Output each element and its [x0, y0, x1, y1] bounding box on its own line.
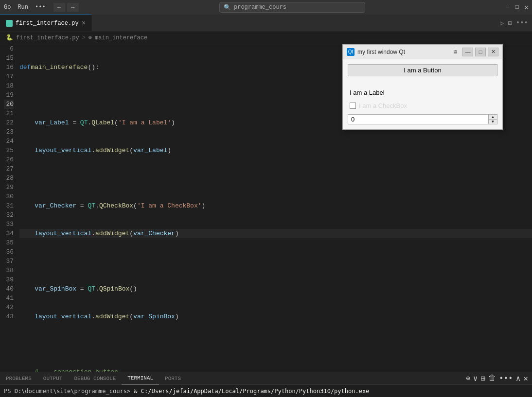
code-line: var_SpinBox = QT.QSpinBox(): [19, 284, 532, 293]
panel-tabs: PROBLEMS OUTPUT DEBUG CONSOLE TERMINAL P…: [0, 372, 532, 385]
code-line: [19, 257, 532, 266]
split-editor-icon[interactable]: ⊞: [508, 19, 512, 27]
qt-spinbox-input[interactable]: [348, 115, 488, 124]
editor-area: 6 15 16 17 18 19 20 21 22 23 24 25 26 27…: [0, 44, 532, 372]
menu-more[interactable]: •••: [35, 4, 46, 11]
code-line: #----connection button----: [19, 367, 532, 372]
terminal-split-icon[interactable]: ⊞: [480, 374, 485, 383]
tab-first-interface[interactable]: first_interface.py ×: [0, 15, 92, 31]
forward-button[interactable]: →: [67, 3, 79, 12]
qt-close-button[interactable]: ✕: [488, 48, 498, 56]
qt-title-bar: Qt my first window Qt 🖥 — □ ✕: [343, 45, 502, 59]
more-actions-icon[interactable]: •••: [516, 19, 528, 27]
qt-preview-window[interactable]: Qt my first window Qt 🖥 — □ ✕ I am a But…: [342, 44, 503, 130]
tab-terminal[interactable]: TERMINAL: [122, 372, 159, 384]
panel-tab-actions[interactable]: ⊕ ∨ ⊞ 🗑 ••• ∧ ✕: [466, 372, 532, 384]
terminal-prompt: PS D:\document\site\programme_cours>: [4, 388, 134, 395]
qt-title-text: my first window Qt: [357, 49, 450, 55]
back-button[interactable]: ←: [53, 3, 65, 12]
maximize-button[interactable]: □: [515, 4, 519, 11]
breadcrumb-method[interactable]: main_intereface: [95, 35, 147, 41]
qt-spinbox-arrows: ▲ ▼: [488, 115, 497, 124]
search-icon: 🔍: [224, 4, 231, 11]
qt-spinbox-down[interactable]: ▼: [489, 120, 497, 124]
menu-run[interactable]: Run: [18, 4, 28, 11]
qt-body: I am a Button I am a Label I am a CheckB…: [343, 59, 502, 129]
menu-go[interactable]: Go: [4, 4, 11, 11]
qt-label: I am a Label: [348, 88, 497, 97]
code-line: var_Checker = QT.QCheckBox('I am a Check…: [19, 201, 532, 210]
python-file-icon: [6, 20, 13, 27]
tab-output[interactable]: OUTPUT: [37, 372, 69, 384]
tab-bar: first_interface.py × ▷ ⊞ •••: [0, 15, 532, 32]
code-line: layout_vertical.addWidget(var_Label): [19, 146, 532, 155]
window-controls[interactable]: — □ ✕: [506, 4, 528, 11]
panel-close-icon[interactable]: ✕: [523, 374, 528, 383]
close-button[interactable]: ✕: [525, 4, 528, 11]
qt-theme-icon: 🖥: [453, 49, 458, 54]
qt-spinbox-up[interactable]: ▲: [489, 115, 497, 120]
breadcrumb-file[interactable]: first_interface.py: [16, 35, 79, 41]
qt-minimize-button[interactable]: —: [462, 48, 473, 56]
menu-bar[interactable]: Go Run •••: [4, 4, 46, 11]
tab-label: first_interface.py: [16, 20, 79, 27]
qt-checkbox-label: I am a CheckBox: [359, 102, 407, 109]
qt-checkbox[interactable]: [350, 103, 356, 109]
code-line-active: layout_vertical.addWidget(var_Checker): [19, 229, 532, 238]
panel-maximize-icon[interactable]: ∧: [516, 374, 521, 383]
tab-close-icon[interactable]: ×: [82, 19, 86, 27]
terminal-add-icon[interactable]: ⊕: [466, 374, 470, 382]
breadcrumb: 🐍 first_interface.py > ⊕ main_intereface: [0, 32, 532, 44]
qt-spinbox[interactable]: ▲ ▼: [348, 114, 497, 124]
search-text: programme_cours: [234, 4, 286, 11]
code-line: [19, 173, 532, 183]
run-icon[interactable]: ▷: [500, 19, 504, 27]
bottom-panel: PROBLEMS OUTPUT DEBUG CONSOLE TERMINAL P…: [0, 372, 532, 397]
qt-app-icon: Qt: [347, 48, 355, 56]
qt-spacer: [348, 80, 497, 84]
terminal-content: PS D:\document\site\programme_cours> & C…: [0, 385, 532, 397]
qt-restore-button[interactable]: □: [475, 48, 486, 56]
breadcrumb-icon: ⊕: [89, 34, 92, 41]
search-bar[interactable]: 🔍 programme_cours: [83, 2, 502, 13]
tab-debug-console[interactable]: DEBUG CONSOLE: [68, 372, 122, 384]
terminal-trash-icon[interactable]: 🗑: [488, 374, 496, 383]
minimize-button[interactable]: —: [506, 4, 509, 11]
terminal-dropdown-icon[interactable]: ∨: [473, 374, 478, 383]
code-line: [19, 340, 532, 349]
qt-window-controls[interactable]: — □ ✕: [462, 48, 498, 56]
breadcrumb-separator: >: [82, 35, 86, 41]
terminal-line: PS D:\document\site\programme_cours> & C…: [4, 387, 528, 397]
tab-actions[interactable]: ▷ ⊞ •••: [500, 15, 532, 31]
breadcrumb-file-icon: 🐍: [6, 34, 13, 41]
qt-checkbox-row: I am a CheckBox: [348, 101, 497, 110]
search-box[interactable]: 🔍 programme_cours: [219, 2, 365, 13]
line-numbers: 6 15 16 17 18 19 20 21 22 23 24 25 26 27…: [0, 44, 19, 372]
terminal-more-icon[interactable]: •••: [499, 374, 513, 383]
qt-push-button[interactable]: I am a Button: [348, 64, 497, 76]
tab-problems[interactable]: PROBLEMS: [0, 372, 37, 384]
tab-ports[interactable]: PORTS: [159, 372, 187, 384]
code-line: layout_vertical.addWidget(var_SpinBox): [19, 312, 532, 321]
title-bar: Go Run ••• ← → 🔍 programme_cours — □ ✕: [0, 0, 532, 15]
qt-icon-text: Qt: [348, 49, 354, 54]
